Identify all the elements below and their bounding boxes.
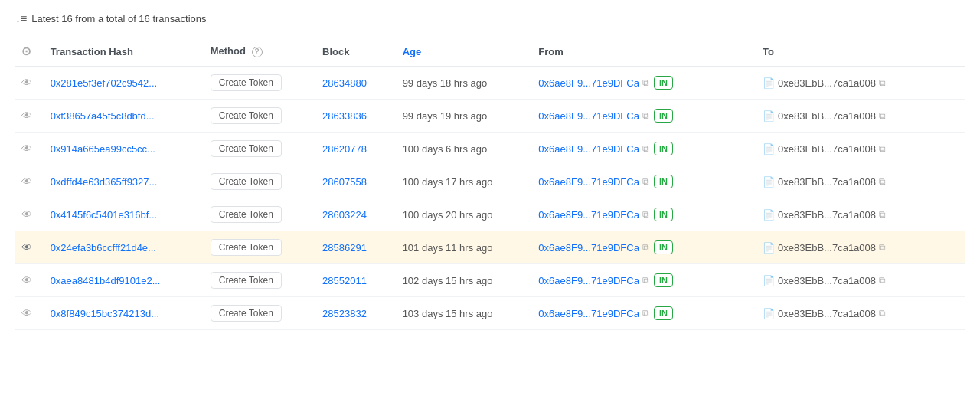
th-age[interactable]: Age [397, 37, 533, 67]
copy-from-icon[interactable]: ⧉ [642, 308, 649, 319]
tx-hash-link[interactable]: 0x8f849c15bc374213d... [51, 308, 159, 319]
eye-icon[interactable]: 👁 [21, 110, 32, 122]
to-link[interactable]: 0xe83EbB...7ca1a008 [778, 176, 876, 188]
row-to-cell: 📄0xe83EbB...7ca1a008⧉ [756, 198, 965, 231]
eye-icon[interactable]: 👁 [21, 241, 32, 254]
to-link[interactable]: 0xe83EbB...7ca1a008 [778, 308, 876, 319]
direction-badge: IN [654, 240, 673, 254]
direction-badge: IN [654, 273, 673, 287]
block-link[interactable]: 28586291 [322, 242, 367, 254]
copy-from-icon[interactable]: ⧉ [642, 143, 649, 154]
method-help-icon[interactable]: ? [252, 47, 263, 57]
eye-icon[interactable]: 👁 [21, 77, 32, 89]
to-link[interactable]: 0xe83EbB...7ca1a008 [778, 110, 876, 122]
block-link[interactable]: 28603224 [322, 209, 367, 221]
row-method-cell: Create Token [204, 297, 316, 330]
table-row: 👁0xaea8481b4df9101e2...Create Token28552… [15, 264, 965, 297]
tx-hash-link[interactable]: 0x4145f6c5401e316bf... [51, 209, 158, 221]
from-link[interactable]: 0x6ae8F9...71e9DFCa [538, 143, 639, 155]
copy-to-icon[interactable]: ⧉ [879, 275, 886, 286]
row-to-cell: 📄0xe83EbB...7ca1a008⧉ [756, 100, 965, 133]
contract-icon: 📄 [763, 242, 775, 254]
tx-hash-link[interactable]: 0xdffd4e63d365ff9327... [51, 176, 158, 188]
tx-hash-link[interactable]: 0x281e5f3ef702c9542... [51, 77, 158, 89]
to-link[interactable]: 0xe83EbB...7ca1a008 [778, 242, 876, 254]
row-to-cell: 📄0xe83EbB...7ca1a008⧉ [756, 67, 965, 100]
main-container: ↓≡ Latest 16 from a total of 16 transact… [0, 0, 980, 342]
row-from-cell: 0x6ae8F9...71e9DFCa⧉IN [532, 165, 756, 198]
table-row: 👁0x8f849c15bc374213d...Create Token28523… [15, 297, 965, 330]
from-link[interactable]: 0x6ae8F9...71e9DFCa [538, 308, 639, 319]
age-text: 103 days 15 hrs ago [403, 308, 493, 319]
block-link[interactable]: 28523832 [322, 308, 367, 319]
row-age-cell: 100 days 20 hrs ago [397, 198, 533, 231]
row-age-cell: 102 days 15 hrs ago [397, 264, 533, 297]
block-link[interactable]: 28634880 [322, 77, 367, 89]
tx-hash-link[interactable]: 0xf38657a45f5c8dbfd... [51, 110, 155, 122]
copy-to-icon[interactable]: ⧉ [879, 209, 886, 220]
to-link[interactable]: 0xe83EbB...7ca1a008 [778, 77, 876, 89]
table-row: 👁0x914a665ea99cc5cc...Create Token286207… [15, 133, 965, 165]
row-age-cell: 100 days 6 hrs ago [397, 133, 533, 165]
row-block-cell: 28633836 [316, 100, 397, 133]
tx-hash-link[interactable]: 0x24efa3b6ccfff21d4e... [51, 242, 156, 254]
copy-from-icon[interactable]: ⧉ [642, 242, 649, 253]
from-link[interactable]: 0x6ae8F9...71e9DFCa [538, 176, 639, 188]
copy-from-icon[interactable]: ⧉ [642, 77, 649, 88]
copy-to-icon[interactable]: ⧉ [879, 110, 886, 121]
row-to-cell: 📄0xe83EbB...7ca1a008⧉ [756, 133, 965, 165]
eye-icon[interactable]: 👁 [21, 175, 32, 188]
row-age-cell: 99 days 18 hrs ago [397, 67, 533, 100]
row-from-cell: 0x6ae8F9...71e9DFCa⧉IN [532, 133, 756, 165]
row-hash-cell: 0xaea8481b4df9101e2... [44, 264, 204, 297]
table-body: 👁0x281e5f3ef702c9542...Create Token28634… [15, 67, 965, 330]
eye-icon[interactable]: 👁 [21, 307, 32, 319]
row-block-cell: 28634880 [316, 67, 397, 100]
direction-badge: IN [654, 175, 673, 188]
from-link[interactable]: 0x6ae8F9...71e9DFCa [538, 275, 639, 286]
eye-icon[interactable]: 👁 [21, 142, 32, 155]
th-block: Block [316, 37, 397, 67]
from-link[interactable]: 0x6ae8F9...71e9DFCa [538, 242, 639, 254]
to-link[interactable]: 0xe83EbB...7ca1a008 [778, 143, 876, 155]
row-to-cell: 📄0xe83EbB...7ca1a008⧉ [756, 165, 965, 198]
copy-from-icon[interactable]: ⧉ [642, 110, 649, 121]
age-text: 100 days 20 hrs ago [403, 209, 493, 221]
block-link[interactable]: 28607558 [322, 176, 367, 188]
row-hash-cell: 0xf38657a45f5c8dbfd... [44, 100, 204, 133]
row-eye-cell: 👁 [15, 165, 44, 198]
from-link[interactable]: 0x6ae8F9...71e9DFCa [538, 209, 639, 221]
summary-text: Latest 16 from a total of 16 transaction… [31, 13, 206, 25]
copy-to-icon[interactable]: ⧉ [879, 143, 886, 154]
tx-hash-link[interactable]: 0x914a665ea99cc5cc... [51, 143, 155, 155]
copy-from-icon[interactable]: ⧉ [642, 209, 649, 220]
direction-badge: IN [654, 208, 673, 221]
row-hash-cell: 0x8f849c15bc374213d... [44, 297, 204, 330]
copy-from-icon[interactable]: ⧉ [642, 176, 649, 187]
contract-icon: 📄 [763, 209, 775, 221]
copy-to-icon[interactable]: ⧉ [879, 308, 886, 319]
eye-icon[interactable]: 👁 [21, 208, 32, 221]
copy-to-icon[interactable]: ⧉ [879, 176, 886, 187]
age-text: 99 days 19 hrs ago [403, 110, 488, 122]
th-to: To [756, 37, 965, 67]
row-block-cell: 28552011 [316, 264, 397, 297]
from-link[interactable]: 0x6ae8F9...71e9DFCa [538, 110, 639, 122]
to-link[interactable]: 0xe83EbB...7ca1a008 [778, 275, 876, 286]
copy-to-icon[interactable]: ⧉ [879, 242, 886, 253]
tx-hash-link[interactable]: 0xaea8481b4df9101e2... [51, 275, 161, 286]
contract-icon: 📄 [763, 275, 775, 286]
row-method-cell: Create Token [204, 67, 316, 100]
table-row: 👁0x281e5f3ef702c9542...Create Token28634… [15, 67, 965, 100]
from-link[interactable]: 0x6ae8F9...71e9DFCa [538, 77, 639, 89]
eye-icon[interactable]: 👁 [21, 274, 32, 286]
to-link[interactable]: 0xe83EbB...7ca1a008 [778, 209, 876, 221]
copy-from-icon[interactable]: ⧉ [642, 275, 649, 286]
block-link[interactable]: 28552011 [322, 275, 367, 286]
age-text: 100 days 6 hrs ago [403, 143, 488, 155]
block-link[interactable]: 28633836 [322, 110, 367, 122]
copy-to-icon[interactable]: ⧉ [879, 77, 886, 88]
row-hash-cell: 0xdffd4e63d365ff9327... [44, 165, 204, 198]
block-link[interactable]: 28620778 [322, 143, 367, 155]
row-eye-cell: 👁 [15, 133, 44, 165]
